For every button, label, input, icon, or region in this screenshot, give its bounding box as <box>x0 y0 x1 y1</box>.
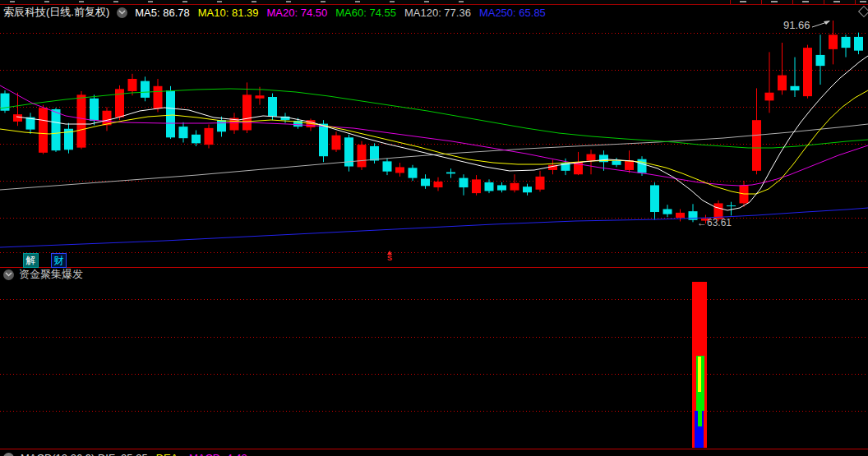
macd-status-row: MACD(12,26,9) DIF: 25.35DEA:MACD: 4.43 <box>3 451 256 456</box>
macd-segment: DEA: <box>156 452 181 456</box>
indicator-name: 资金聚集爆发 <box>19 267 83 282</box>
low-price-annotation: ←63.61 <box>697 218 732 228</box>
ma-line-ma120 <box>0 124 868 190</box>
chevron-circle-icon[interactable] <box>3 453 14 456</box>
tab-jie[interactable]: 解 <box>23 253 39 268</box>
candles <box>1 21 864 223</box>
ma-line-ma250 <box>0 208 868 247</box>
candlestick-chart[interactable] <box>0 0 868 456</box>
chevron-down-icon[interactable] <box>3 269 14 280</box>
high-price-annotation: 91.66 <box>783 20 810 30</box>
indicator-bars <box>692 282 707 448</box>
signal-marker: S <box>385 251 395 262</box>
indicator-label-row: 资金聚集爆发 <box>3 268 83 281</box>
ma-line-ma10 <box>0 90 868 194</box>
macd-values: MACD(12,26,9) DIF: 25.35DEA:MACD: 4.43 <box>21 453 256 456</box>
macd-segment: MACD: 4.43 <box>189 452 247 456</box>
macd-segment: MACD(12,26,9) DIF: 25.35 <box>21 452 148 456</box>
ma-line-ma20 <box>0 85 868 186</box>
annotation-arrow <box>812 21 830 27</box>
tab-cai[interactable]: 财 <box>51 253 67 268</box>
